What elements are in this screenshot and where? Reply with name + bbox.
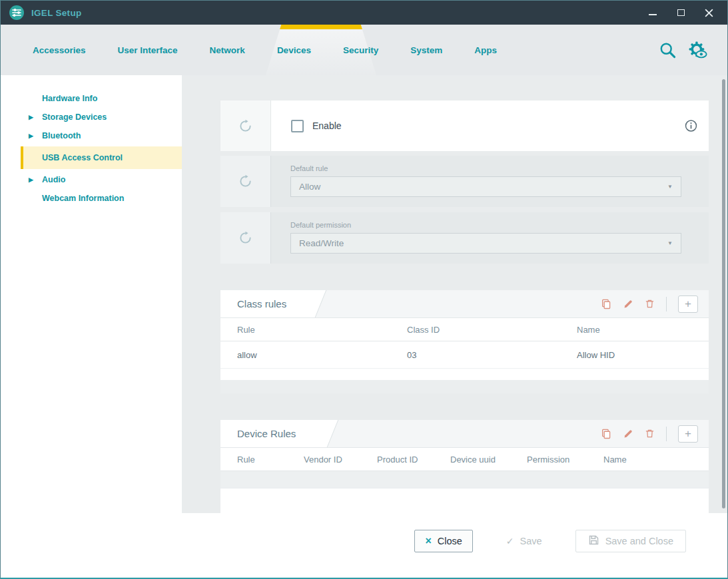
column-header: Name [577, 325, 709, 335]
divider [666, 297, 667, 311]
close-icon[interactable] [703, 7, 714, 18]
table-footer-strip [220, 380, 709, 393]
add-icon[interactable]: + [678, 295, 698, 313]
class-rules-header: Class rules [220, 290, 709, 318]
sidebar-item-label: Hardware Info [42, 94, 97, 103]
save-button[interactable]: ✓ Save [497, 530, 551, 552]
close-button[interactable]: × Close [414, 530, 472, 552]
reset-icon[interactable] [238, 119, 252, 133]
default-permission-value: Read/Write [299, 238, 344, 248]
copy-icon[interactable] [601, 299, 611, 309]
sidebar-item-label: Audio [42, 175, 65, 184]
tab-accessories[interactable]: Accessories [33, 45, 86, 55]
enable-checkbox[interactable] [291, 120, 304, 132]
window-controls [647, 7, 719, 18]
tab-security[interactable]: Security [343, 45, 378, 55]
default-rule-select[interactable]: Allow ▼ [290, 176, 681, 197]
divider [666, 427, 667, 441]
column-header: Name [603, 455, 709, 465]
default-rule-card: Default rule Allow ▼ [220, 156, 709, 207]
gear-eye-icon[interactable] [687, 40, 707, 60]
info-icon[interactable] [685, 120, 697, 132]
check-icon: ✓ [506, 536, 514, 546]
save-floppy-icon [588, 534, 599, 548]
maximize-icon[interactable] [675, 7, 686, 18]
tab-devices[interactable]: Devices [277, 45, 311, 55]
sidebar-item-storage-devices[interactable]: ▶ Storage Devices [1, 108, 182, 126]
sidebar-item-label: Bluetooth [42, 131, 81, 140]
settings-content: Enable Default ru [182, 75, 727, 513]
cell-name: Allow HID [577, 350, 709, 360]
tabbar-tools [659, 25, 707, 75]
search-icon[interactable] [659, 41, 677, 59]
tab-strip: Accessories User Interface Network Devic… [33, 25, 497, 75]
tab-network[interactable]: Network [210, 45, 245, 55]
chevron-down-icon: ▼ [667, 184, 673, 190]
enable-card: Enable [220, 100, 709, 151]
class-rules-card: Class rules [220, 290, 709, 393]
footer-bar: × Close ✓ Save Save and Close [1, 513, 727, 578]
column-header: Class ID [407, 325, 577, 335]
class-rules-table-header: Rule Class ID Name [220, 318, 709, 341]
reset-strip [220, 212, 271, 264]
delete-icon[interactable] [645, 299, 655, 309]
close-button-label: Close [438, 536, 462, 546]
copy-icon[interactable] [601, 429, 611, 439]
minimize-icon[interactable] [647, 7, 658, 18]
enable-label: Enable [312, 120, 342, 131]
tab-system[interactable]: System [410, 45, 442, 55]
column-header: Rule [237, 325, 407, 335]
column-header: Device uuid [450, 455, 527, 465]
reset-strip [220, 100, 271, 151]
sidebar-item-usb-access-control[interactable]: USB Access Control [21, 146, 182, 169]
column-header: Product ID [377, 455, 450, 465]
sidebar-item-label: USB Access Control [42, 153, 123, 162]
reset-strip [220, 156, 271, 207]
sidebar-item-bluetooth[interactable]: ▶ Bluetooth [1, 126, 182, 145]
default-permission-card: Default permission Read/Write ▼ [220, 212, 709, 264]
cell-class-id: 03 [407, 350, 577, 360]
save-button-label: Save [520, 536, 542, 546]
cell-rule: allow [237, 350, 407, 360]
empty-table-area [220, 471, 709, 488]
edit-icon[interactable] [623, 429, 633, 439]
sidebar-item-label: Storage Devices [42, 112, 107, 122]
igel-setup-window: IGEL Setup Accessories User Interface Ne… [0, 0, 728, 579]
enable-row: Enable [271, 100, 709, 151]
device-rules-actions: + [601, 420, 698, 447]
device-rules-title: Device Rules [237, 420, 296, 447]
chevron-down-icon: ▼ [667, 240, 673, 246]
default-permission-field: Default permission Read/Write ▼ [290, 221, 681, 254]
tab-bar: Accessories User Interface Network Devic… [1, 25, 727, 75]
reset-icon[interactable] [238, 231, 252, 245]
sidebar-item-audio[interactable]: ▶ Audio [1, 170, 182, 189]
sidebar-item-webcam-information[interactable]: Webcam Information [1, 189, 182, 208]
column-header: Permission [527, 455, 603, 465]
sidebar-item-label: Webcam Information [42, 194, 124, 203]
default-permission-select[interactable]: Read/Write ▼ [290, 233, 681, 254]
column-header: Rule [237, 455, 304, 465]
add-icon[interactable]: + [678, 425, 698, 443]
device-rules-table-header: Rule Vendor ID Product ID Device uuid Pe… [220, 448, 709, 471]
class-rules-actions: + [601, 290, 698, 317]
save-and-close-button[interactable]: Save and Close [575, 530, 686, 552]
default-rule-label: Default rule [290, 164, 681, 172]
expand-arrow-icon[interactable]: ▶ [29, 176, 42, 183]
tab-user-interface[interactable]: User Interface [118, 45, 178, 55]
vertical-scrollbar[interactable] [722, 79, 725, 508]
expand-arrow-icon[interactable]: ▶ [29, 132, 42, 139]
default-rule-field: Default rule Allow ▼ [290, 164, 681, 197]
sidebar-item-hardware-info[interactable]: Hardware Info [1, 89, 182, 108]
delete-icon[interactable] [645, 429, 655, 439]
titlebar: IGEL Setup [1, 1, 727, 25]
edit-icon[interactable] [623, 299, 633, 309]
expand-arrow-icon[interactable]: ▶ [29, 114, 42, 120]
window-title: IGEL Setup [31, 8, 82, 18]
igel-logo-icon [9, 5, 25, 21]
tab-apps[interactable]: Apps [474, 45, 497, 55]
class-rules-title: Class rules [237, 290, 286, 317]
reset-icon[interactable] [238, 174, 252, 188]
column-header: Vendor ID [304, 455, 377, 465]
save-and-close-button-label: Save and Close [605, 536, 673, 546]
class-rule-row[interactable]: allow 03 Allow HID [220, 341, 709, 369]
